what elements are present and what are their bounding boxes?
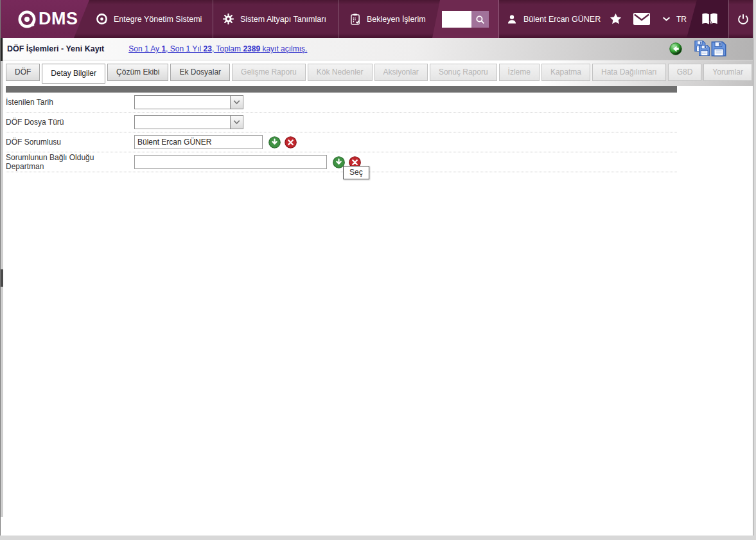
stats-text: kayıt açılmış.	[260, 44, 307, 53]
tab-yorumlar: Yorumlar	[703, 64, 752, 81]
istenilen-tarih-select[interactable]	[134, 95, 243, 109]
stats-text: , Toplam	[212, 44, 243, 53]
help-book-icon	[701, 12, 719, 27]
tab-g8d: G8D	[668, 64, 702, 81]
tab-strip: DÖF Detay Bilgiler Çözüm Ekibi Ek Dosyal…	[1, 60, 753, 86]
select-value	[135, 96, 230, 109]
dropdown-chevron-icon[interactable]	[230, 96, 243, 109]
form-row-dof-dosya-turu: DÖF Dosya Türü	[6, 113, 677, 132]
field-label: DÖF Dosya Türü	[6, 118, 134, 127]
menu-item-label: Bekleyen İşlerim	[367, 15, 426, 24]
tab-underbar	[6, 86, 677, 93]
tab-kapatma: Kapatma	[541, 64, 590, 81]
tab-detay-bilgiler[interactable]: Detay Bilgiler	[42, 64, 105, 84]
app-window: DMS Entegre Yönetim Sistemi	[0, 0, 753, 536]
clear-icon[interactable]	[285, 136, 297, 148]
logo-text: DMS	[39, 9, 78, 29]
field-label: DÖF Sorumlusu	[6, 138, 134, 147]
gear-icon	[222, 13, 234, 25]
favorites-button[interactable]	[609, 0, 622, 38]
menu-item-bekleyen-islerim[interactable]: Bekleyen İşlerim	[349, 0, 426, 38]
bottom-window-edge	[0, 536, 756, 540]
menu-item-sistem-altyapi-tanimlari[interactable]: Sistem Altyapı Tanımları	[222, 0, 326, 38]
left-edge-splitter[interactable]	[1, 38, 3, 517]
dropdown-chevron-icon[interactable]	[230, 116, 243, 129]
tab-sonuc-raporu: Sonuç Raporu	[430, 64, 497, 81]
nav-divider	[728, 0, 729, 38]
nav-divider	[498, 0, 499, 38]
stats-text: Son 1 Ay	[128, 44, 161, 53]
menu-item-label: Sistem Altyapı Tanımları	[240, 15, 326, 24]
tab-izleme: İzleme	[499, 64, 540, 81]
power-icon	[737, 13, 750, 26]
save-new-icon[interactable]	[694, 40, 711, 57]
save-icon[interactable]	[711, 40, 726, 57]
stats-year-count: 23	[204, 44, 212, 53]
clipboard-check-icon	[349, 13, 361, 26]
select-down-icon[interactable]	[268, 136, 281, 148]
tab-cozum-ekibi[interactable]: Çözüm Ekibi	[107, 64, 168, 81]
dof-dosya-turu-select[interactable]	[134, 115, 243, 129]
stats-text: , Son 1 Yıl	[166, 44, 203, 53]
sorumlu-departman-input[interactable]	[134, 155, 327, 169]
top-navbar: DMS Entegre Yönetim Sistemi	[1, 0, 753, 38]
tab-ek-dosyalar[interactable]: Ek Dosyalar	[170, 64, 230, 81]
title-bar: DÖF İşlemleri - Yeni Kayıt Son 1 Ay 1, S…	[1, 38, 753, 60]
search-button[interactable]	[471, 11, 489, 28]
user-icon	[506, 14, 518, 25]
field-label: İstenilen Tarih	[6, 98, 134, 107]
form-row-dof-sorumlusu: DÖF Sorumlusu	[6, 132, 677, 152]
select-value	[135, 116, 230, 129]
field-label: Sorumlunun Bağlı Olduğu Departman	[6, 153, 134, 171]
stats-total-count: 2389	[243, 44, 260, 53]
tab-hata-dagilimlari: Hata Dağılımları	[592, 64, 666, 81]
splitter-handle[interactable]	[1, 269, 3, 287]
user-name: Bülent Ercan GÜNER	[523, 15, 601, 24]
back-button[interactable]	[669, 42, 682, 55]
mail-icon	[633, 13, 650, 25]
page-title: DÖF İşlemleri - Yeni Kayıt	[7, 44, 104, 53]
messages-button[interactable]	[633, 0, 650, 38]
global-search-input[interactable]	[442, 11, 471, 28]
record-stats-link[interactable]: Son 1 Ay 1, Son 1 Yıl 23, Toplam 2389 ka…	[128, 44, 307, 53]
language-code: TR	[676, 15, 687, 24]
sec-tooltip: Seç	[343, 166, 369, 179]
search-icon	[475, 14, 486, 25]
form-row-istenilen-tarih: İstenilen Tarih	[6, 93, 677, 113]
user-menu[interactable]: Bülent Ercan GÜNER	[506, 0, 601, 38]
qdms-circle-icon	[96, 13, 108, 25]
tab-kok-nedenler: Kök Nedenler	[308, 64, 373, 81]
nav-divider	[338, 0, 338, 38]
qdms-q-icon	[17, 10, 37, 29]
tab-aksiyonlar: Aksiyonlar	[374, 64, 428, 81]
tab-gelisme-raporu: Gelişme Raporu	[232, 64, 306, 81]
chevron-down-icon	[662, 16, 671, 22]
splitter-mark	[1, 38, 3, 61]
dof-sorumlusu-input[interactable]	[134, 135, 263, 149]
nav-divider	[213, 0, 213, 38]
tab-dof[interactable]: DÖF	[6, 64, 40, 81]
qdms-logo[interactable]: DMS	[17, 0, 78, 38]
detail-form: İstenilen Tarih DÖF Dosya Türü	[6, 93, 677, 172]
help-manual-button[interactable]	[701, 0, 719, 38]
menu-item-label: Entegre Yönetim Sistemi	[114, 15, 202, 24]
menu-item-entegre-yonetim-sistemi[interactable]: Entegre Yönetim Sistemi	[96, 0, 202, 38]
language-selector[interactable]: TR	[662, 0, 687, 38]
star-icon	[609, 12, 622, 26]
form-row-sorumlu-departman: Sorumlunun Bağlı Olduğu Departman	[6, 152, 677, 172]
logout-button[interactable]	[737, 0, 750, 38]
